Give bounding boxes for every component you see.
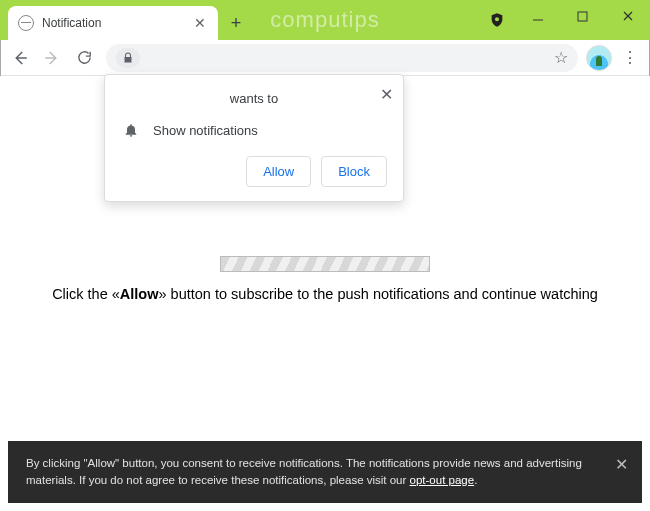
address-bar[interactable]: ☆ [106,44,578,72]
watermark: computips [270,7,379,33]
titlebar: computips Notification ✕ + [0,0,650,40]
progress-bar [220,256,430,272]
minimize-button[interactable] [515,0,560,32]
maximize-button[interactable] [560,0,605,32]
footer-text: By clicking "Allow" button, you consent … [26,457,582,486]
bell-icon [123,122,139,138]
tab-title: Notification [42,16,192,30]
menu-button[interactable]: ⋮ [616,48,644,67]
toolbar: ☆ ⋮ [0,40,650,76]
close-window-button[interactable] [605,0,650,32]
footer-text-end: . [474,474,477,486]
profile-avatar[interactable] [586,45,612,71]
block-button[interactable]: Block [321,156,387,187]
lock-icon[interactable] [116,48,140,68]
shield-icon[interactable] [489,12,505,28]
browser-tab[interactable]: Notification ✕ [8,6,218,40]
permission-title: wants to [121,91,387,120]
new-tab-button[interactable]: + [222,9,250,37]
allow-button[interactable]: Allow [246,156,311,187]
page-content: ✕ wants to Show notifications Allow Bloc… [0,76,650,511]
back-button[interactable] [6,44,34,72]
globe-icon [18,15,34,31]
window-controls [515,0,650,32]
permission-label: Show notifications [153,123,258,138]
consent-footer: ✕ By clicking "Allow" button, you consen… [8,441,642,504]
svg-rect-2 [578,12,587,21]
bookmark-star-icon[interactable]: ☆ [554,48,568,67]
close-tab-icon[interactable]: ✕ [192,15,208,31]
forward-button [38,44,66,72]
opt-out-link[interactable]: opt-out page [410,474,475,486]
svg-point-0 [495,17,499,21]
reload-button[interactable] [70,44,98,72]
page-message: Click the «Allow» button to subscribe to… [36,286,614,302]
close-icon[interactable]: ✕ [380,85,393,104]
permission-popup: ✕ wants to Show notifications Allow Bloc… [104,74,404,202]
close-icon[interactable]: ✕ [615,453,628,477]
